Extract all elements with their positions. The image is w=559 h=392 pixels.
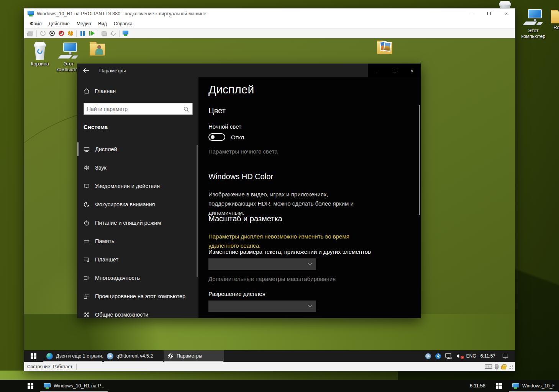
hd-color-heading: Windows HD Color xyxy=(208,172,273,181)
ctrl-alt-del-icon[interactable] xyxy=(27,30,34,37)
sidebar-section-heading: Система xyxy=(84,124,108,130)
sidebar-item-label: Звук xyxy=(95,165,107,171)
vm-toolbar xyxy=(24,29,515,38)
folder-icon xyxy=(550,10,559,24)
action-center-icon[interactable] xyxy=(502,353,508,359)
night-light-toggle[interactable] xyxy=(208,133,225,141)
taskbar-item-label: Windows_10_R1 на P... xyxy=(54,383,104,389)
language-indicator[interactable]: ENG xyxy=(466,353,476,359)
menu-view[interactable]: Вид xyxy=(95,19,110,29)
taskbar-item-settings[interactable]: Параметры xyxy=(164,350,224,362)
maximize-button[interactable] xyxy=(480,8,498,19)
volume-muted-icon[interactable]: × xyxy=(456,353,462,359)
vm-viewport: Корзина Этот компьютер xyxy=(24,38,515,362)
host-start-button-monitor2[interactable] xyxy=(490,380,508,392)
vm-clock[interactable]: 6:11:57 xyxy=(480,353,495,359)
hd-color-description: Изображение в видео, играх и приложениях… xyxy=(208,190,374,217)
sidebar-item-tablet[interactable]: Планшет xyxy=(77,250,198,269)
vmconnect-icon xyxy=(44,383,51,389)
sidebar-item-notifications[interactable]: Уведомления и действия xyxy=(77,177,198,195)
host-desktop-icon-folder[interactable]: Rom xyxy=(547,10,559,31)
settings-title: Параметры xyxy=(99,68,126,74)
vm-titlebar[interactable]: Windows_10_R1 на PROLIANT-DL380 - подклю… xyxy=(24,8,515,19)
pause-icon[interactable] xyxy=(79,30,86,37)
start-icon[interactable] xyxy=(39,30,46,37)
search-box[interactable] xyxy=(84,103,193,115)
keyboard-capture-icon[interactable] xyxy=(485,364,492,369)
sidebar-item-multitasking[interactable]: Многозадачность xyxy=(77,269,198,287)
search-input[interactable] xyxy=(84,106,184,112)
content-scrollbar[interactable] xyxy=(419,105,420,215)
mouse-capture-icon[interactable] xyxy=(495,364,498,369)
vm-start-button[interactable] xyxy=(24,350,43,362)
search-icon[interactable] xyxy=(184,106,189,112)
vm-menubar: Файл Действие Медиа Вид Справка xyxy=(24,19,515,29)
host-taskbar-item-vm-monitor2[interactable]: Windows_10_R1 на P. xyxy=(508,380,559,392)
taskbar-item-edge[interactable]: Дзен и еще 1 страни... xyxy=(43,350,103,362)
vmconnect-icon xyxy=(28,11,34,16)
checkpoint-icon[interactable] xyxy=(101,30,107,37)
sidebar-item-shared-experiences[interactable]: Общие возможности xyxy=(77,305,198,318)
sidebar-scrollbar[interactable] xyxy=(197,145,198,277)
host-clock[interactable]: 6:11:58 xyxy=(470,380,490,392)
close-button[interactable]: × xyxy=(498,8,515,19)
bluetooth-icon[interactable] xyxy=(435,353,441,359)
vm-desktop-icon-user-folder[interactable] xyxy=(86,42,108,56)
night-light-settings-link[interactable]: Параметры ночного света xyxy=(208,148,278,155)
taskbar-item-qbittorrent[interactable]: qb qBittorrent v4.5.2 xyxy=(103,350,164,362)
settings-maximize-button[interactable] xyxy=(385,64,403,77)
turn-off-icon[interactable] xyxy=(49,30,55,37)
sidebar-item-focus-assist[interactable]: Фокусировка внимания xyxy=(77,195,198,214)
chevron-down-icon xyxy=(308,303,312,307)
sidebar-item-display[interactable]: Дисплей xyxy=(77,140,198,158)
sidebar-item-sound[interactable]: Звук xyxy=(77,158,198,177)
taskbar-item-label: Дзен и еще 1 страни... xyxy=(56,353,103,359)
vm-window-title: Windows_10_R1 на PROLIANT-DL380 - подклю… xyxy=(37,11,206,16)
sidebar-item-projecting[interactable]: Проецирование на этот компьютер xyxy=(77,287,198,305)
shutdown-icon[interactable] xyxy=(58,30,64,37)
resize-grip[interactable] xyxy=(509,365,513,369)
scale-label: Изменение размера текста, приложений и д… xyxy=(208,248,371,255)
vm-desktop-icon-recycle-bin[interactable]: Корзина xyxy=(28,42,52,67)
save-state-icon[interactable] xyxy=(67,30,74,37)
enhanced-session-icon[interactable] xyxy=(122,30,129,37)
menu-media[interactable]: Медиа xyxy=(73,19,95,29)
tablet-icon xyxy=(84,256,90,263)
host-start-button[interactable] xyxy=(21,380,39,392)
shared-experiences-icon xyxy=(84,312,90,318)
scale-dropdown[interactable] xyxy=(208,258,316,270)
host-taskbar: Windows_10_R1 на P... 6:11:58 Windows_10… xyxy=(0,380,559,392)
vm-desktop-icon-pictures-folder[interactable] xyxy=(374,41,396,54)
vm-wallpaper-band-wedge xyxy=(24,314,239,350)
menu-file[interactable]: Файл xyxy=(26,19,45,29)
mute-badge: × xyxy=(461,356,464,359)
sidebar-item-power-sleep[interactable]: Питание и спящий режим xyxy=(77,214,198,232)
toolbar-separator xyxy=(76,30,77,37)
settings-close-button[interactable]: × xyxy=(403,64,421,77)
minimize-button[interactable]: – xyxy=(463,8,480,19)
sound-icon xyxy=(84,165,90,171)
host-desktop-icon-computer[interactable]: Этот компьютер xyxy=(520,9,546,39)
back-button[interactable] xyxy=(77,64,95,77)
reset-icon[interactable] xyxy=(89,30,95,37)
menu-action[interactable]: Действие xyxy=(45,19,73,29)
resolution-dropdown[interactable] xyxy=(208,301,316,312)
qbittorrent-tray-icon[interactable]: qb xyxy=(425,353,431,359)
multitasking-icon xyxy=(84,275,90,281)
sidebar-item-label: Проецирование на этот компьютер xyxy=(95,293,185,299)
menu-help[interactable]: Справка xyxy=(110,19,136,29)
recycle-bin-icon xyxy=(32,42,48,60)
scale-section-heading: Масштаб и разметка xyxy=(208,214,282,223)
host-taskbar-item-vm[interactable]: Windows_10_R1 на P... xyxy=(39,380,109,392)
sidebar-item-storage[interactable]: Память xyxy=(77,232,198,250)
sidebar-item-home[interactable]: Главная xyxy=(77,84,198,98)
taskbar-item-label: Параметры xyxy=(177,353,202,359)
advanced-scaling-link[interactable]: Дополнительные параметры масштабирования xyxy=(208,276,336,282)
sidebar-item-label: Многозадачность xyxy=(95,275,140,281)
revert-icon[interactable] xyxy=(110,30,116,37)
network-icon[interactable] xyxy=(445,353,452,359)
settings-minimize-button[interactable]: – xyxy=(368,64,385,77)
settings-titlebar[interactable]: Параметры – × xyxy=(77,64,421,77)
settings-sidebar: Главная Система xyxy=(77,77,198,318)
vm-statusbar: Состояние: Работает xyxy=(24,362,515,371)
